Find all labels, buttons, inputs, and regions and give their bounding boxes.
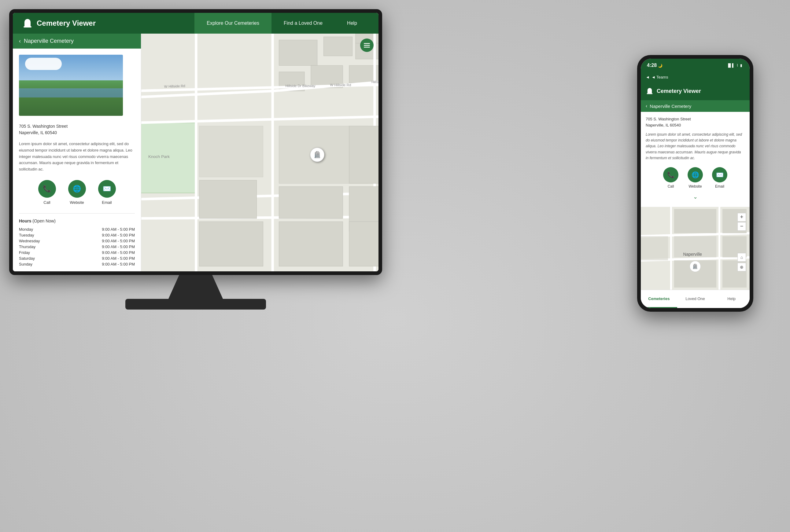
phone-description: Lorem ipsum dolor sit amet, consectetur …: [646, 132, 745, 161]
website-button[interactable]: 🌐 Website: [68, 180, 86, 205]
time-saturday: 9:00 AM - 5:00 PM: [102, 256, 135, 261]
phone-address-line1: 705 S. Washington Street: [646, 116, 745, 122]
phone-action-buttons: 📞 Call 🌐 Website ✉️ Email: [646, 167, 745, 189]
desktop-logo-area: Cemetery Viewer: [22, 18, 195, 29]
website-label: Website: [70, 200, 84, 205]
svg-rect-38: [349, 222, 379, 266]
phone-address-line2: Naperville, IL 60540: [646, 122, 745, 128]
svg-rect-43: [364, 43, 370, 44]
time-wednesday: 9:00 AM - 5:00 PM: [102, 239, 135, 243]
svg-text:Knoch Park: Knoch Park: [148, 154, 170, 159]
phone-map-icon-buttons: ⌂ ⊕: [737, 253, 746, 271]
phone-expand-button[interactable]: ⌄: [646, 193, 745, 200]
phone-device: 4:28 🌙 ▐▌▌ ⌇ ▮ ◄ ◄ Teams: [637, 55, 766, 330]
cemetery-name-title: Naperville Cemetery: [24, 38, 74, 44]
svg-rect-2: [23, 26, 32, 27]
phone-call-label: Call: [668, 184, 674, 189]
svg-rect-5: [324, 37, 352, 56]
teams-label: ◄ Teams: [651, 75, 668, 79]
svg-rect-48: [647, 93, 653, 94]
phone-map-zoom-controls: + −: [737, 213, 746, 231]
phone-website-label: Website: [688, 184, 702, 189]
email-label: Email: [102, 200, 112, 205]
hours-friday: Friday 9:00 AM - 5:00 PM: [19, 250, 135, 255]
phone-call-icon: 📞: [663, 167, 678, 183]
image-water: [19, 88, 123, 97]
phone-subheader: ‹ Naperville Cemetery: [641, 100, 750, 112]
svg-text:Hillside Dr Bikeway: Hillside Dr Bikeway: [285, 84, 315, 88]
battery-icon: ▮: [740, 63, 742, 68]
hours-title-bold: Hours: [19, 218, 31, 223]
desktop-monitor: Cemetery Viewer Explore Our Cemeteries F…: [9, 9, 401, 376]
call-button[interactable]: 📞 Call: [38, 180, 56, 205]
desktop-app-title: Cemetery Viewer: [37, 19, 96, 27]
call-label: Call: [43, 200, 50, 205]
email-button[interactable]: ✉️ Email: [98, 180, 116, 205]
phone-nav-help[interactable]: Help: [713, 290, 750, 308]
svg-rect-1: [24, 23, 31, 26]
home-map-icon[interactable]: ⌂: [737, 253, 746, 262]
phone-website-icon: 🌐: [687, 167, 703, 183]
svg-text:W Hillside Rd: W Hillside Rd: [330, 83, 351, 87]
phone-nav-cemeteries[interactable]: Cemeteries: [641, 290, 677, 308]
image-clouds: [25, 58, 62, 70]
svg-rect-31: [199, 180, 257, 218]
hours-section: Hours (Open Now) Monday 9:00 AM - 5:00 P…: [19, 213, 135, 267]
left-panel-body: 705 S. Washington Street Naperville, IL …: [13, 49, 141, 271]
time-tuesday: 9:00 AM - 5:00 PM: [102, 233, 135, 238]
day-friday: Friday: [19, 250, 56, 255]
day-tuesday: Tuesday: [19, 233, 56, 238]
phone-app-header: Cemetery Viewer: [641, 82, 750, 100]
phone-email-label: Email: [715, 184, 724, 189]
phone-nav-loved-one[interactable]: Loved One: [677, 290, 714, 308]
phone-screen: 4:28 🌙 ▐▌▌ ⌇ ▮ ◄ ◄ Teams: [641, 59, 750, 308]
nav-explore-cemeteries[interactable]: Explore Our Cemeteries: [195, 13, 272, 34]
image-ground: [19, 80, 123, 116]
svg-text:Hillside Rd Bikeway: Hillside Rd Bikeway: [371, 80, 379, 84]
action-buttons: 📞 Call 🌐 Website ✉️ Email: [19, 180, 135, 205]
phone-call-button[interactable]: 📞 Call: [663, 167, 678, 189]
nav-find-loved-one[interactable]: Find a Loved One: [272, 13, 335, 34]
svg-rect-45: [364, 47, 370, 48]
map-area[interactable]: W Hillside Rd Hillside Dr Bikeway W Hill…: [141, 34, 379, 271]
svg-rect-34: [349, 126, 379, 183]
map-menu-button[interactable]: [360, 38, 373, 52]
phone-status-bar: 4:28 🌙 ▐▌▌ ⌇ ▮: [641, 59, 750, 72]
phone-website-button[interactable]: 🌐 Website: [687, 167, 703, 189]
email-icon-circle: ✉️: [98, 180, 116, 198]
teams-back-button[interactable]: ◄ ◄ Teams: [646, 75, 668, 79]
back-button[interactable]: ‹: [19, 38, 21, 44]
phone-bottom-nav: Cemeteries Loved One Help: [641, 290, 750, 308]
phone-time: 4:28 🌙: [647, 63, 662, 68]
zoom-out-button[interactable]: −: [737, 222, 746, 231]
monitor-screen: Cemetery Viewer Explore Our Cemeteries F…: [13, 13, 379, 271]
address-line2: Naperville, IL 60540: [19, 130, 135, 136]
hours-title: Hours (Open Now): [19, 218, 135, 223]
address-line1: 705 S. Washington Street: [19, 123, 135, 130]
zoom-in-button[interactable]: +: [737, 213, 746, 222]
nav-help[interactable]: Help: [335, 13, 369, 34]
layers-map-icon[interactable]: ⊕: [737, 263, 746, 271]
svg-rect-30: [199, 126, 263, 177]
chevron-down-icon: ⌄: [693, 193, 698, 200]
svg-rect-36: [199, 222, 263, 266]
phone-email-button[interactable]: ✉️ Email: [712, 167, 727, 189]
phone-address: 705 S. Washington Street Naperville, IL …: [646, 116, 745, 128]
phone-body: 705 S. Washington Street Naperville, IL …: [641, 112, 750, 207]
phone-teams-bar: ◄ ◄ Teams: [641, 72, 750, 82]
phone-map-svg: 🪦 Naperville: [641, 207, 750, 290]
monitor-bezel: Cemetery Viewer Explore Our Cemeteries F…: [9, 9, 382, 275]
day-monday: Monday: [19, 227, 56, 232]
svg-rect-60: [641, 236, 668, 260]
signal-icon: ▐▌▌: [727, 63, 735, 68]
phone-back-arrow[interactable]: ‹: [646, 103, 647, 109]
time-friday: 9:00 AM - 5:00 PM: [102, 250, 135, 255]
phone-content: ‹ Naperville Cemetery 705 S. Washington …: [641, 100, 750, 308]
svg-text:W Hillside Rd: W Hillside Rd: [164, 84, 185, 88]
phone-map[interactable]: 🪦 Naperville + − ⌂ ⊕: [641, 207, 750, 290]
left-panel: ‹ Naperville Cemetery 705: [13, 34, 141, 271]
desktop-content: ‹ Naperville Cemetery 705: [13, 34, 379, 271]
phone-cemetery-title: Naperville Cemetery: [650, 103, 691, 109]
desktop-app-header: Cemetery Viewer Explore Our Cemeteries F…: [13, 13, 379, 34]
cemetery-image: [19, 55, 123, 116]
